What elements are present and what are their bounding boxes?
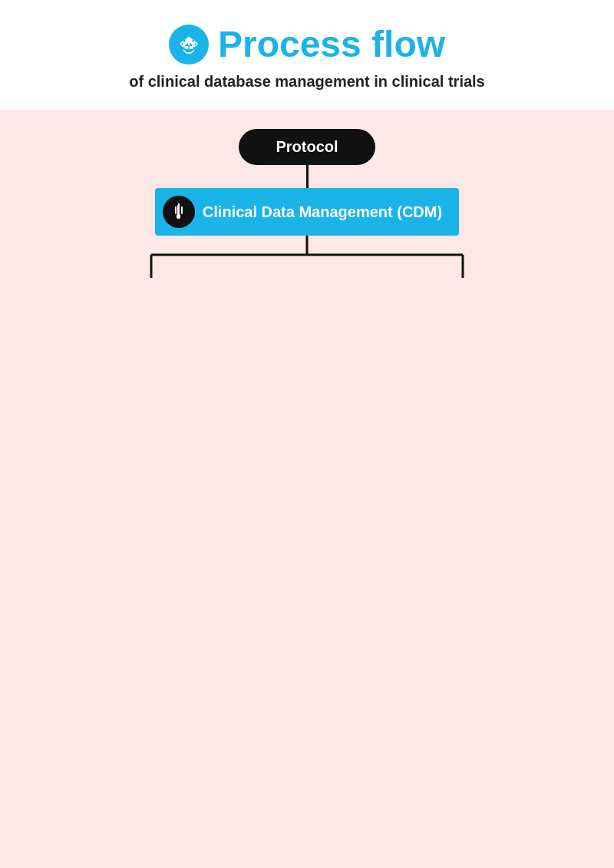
- recycle-icon: ♻: [169, 25, 209, 64]
- connector-svg: [38, 236, 576, 282]
- svg-rect-3: [177, 214, 180, 219]
- svg-rect-0: [177, 205, 180, 216]
- cdm-icon: [163, 196, 195, 228]
- svg-rect-1: [175, 206, 177, 214]
- cdm-label: Clinical Data Management (CDM): [203, 203, 442, 221]
- cdm-connector: [38, 236, 576, 282]
- subtitle: of clinical database management in clini…: [15, 73, 599, 91]
- svg-rect-4: [178, 203, 180, 206]
- header-title: ♻ Process flow: [15, 23, 599, 65]
- protocol-label: Protocol: [239, 129, 375, 165]
- header-section: ♻ Process flow of clinical database mana…: [0, 0, 614, 112]
- main-title: Process flow: [218, 23, 445, 65]
- v-line-protocol: [306, 165, 309, 188]
- flow-container: Protocol Clinical Data Managem: [0, 129, 614, 312]
- svg-rect-2: [181, 206, 183, 214]
- cdm-box: Clinical Data Management (CDM): [155, 188, 459, 236]
- cdm-row: Clinical Data Management (CDM): [15, 188, 599, 236]
- page-wrapper: ♻ Process flow of clinical database mana…: [0, 0, 614, 868]
- protocol-bubble: Protocol: [15, 129, 599, 165]
